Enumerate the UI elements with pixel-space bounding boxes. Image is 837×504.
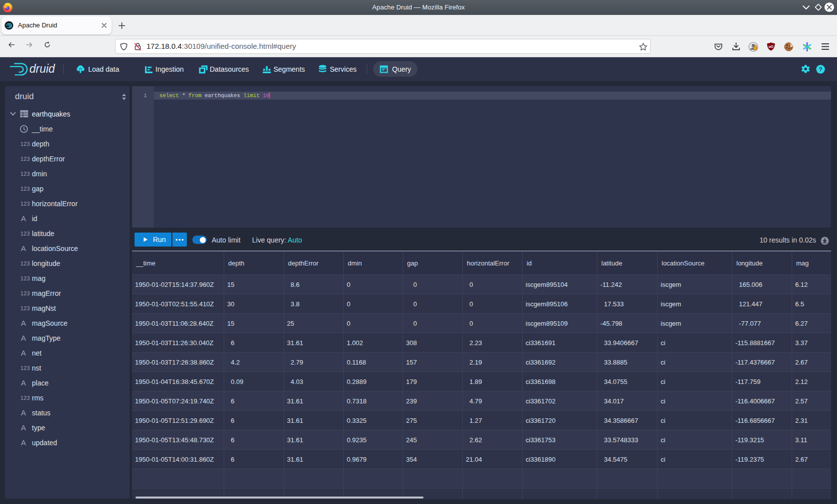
svg-text:?: ?: [819, 66, 822, 72]
svg-text:uO: uO: [769, 45, 774, 48]
